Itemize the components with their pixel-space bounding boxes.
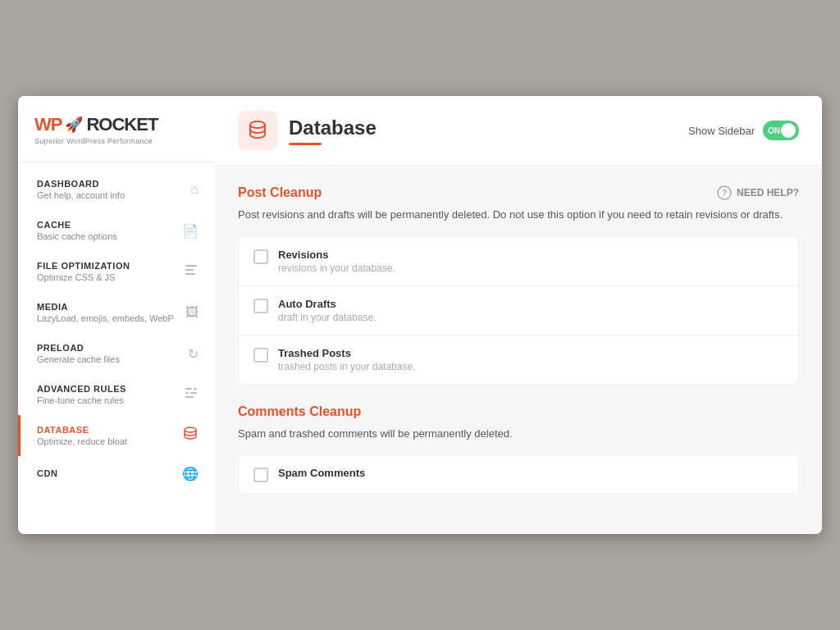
title-underline bbox=[289, 143, 322, 145]
revisions-checkbox[interactable] bbox=[253, 249, 268, 264]
svg-point-9 bbox=[250, 121, 265, 128]
comments-cleanup-section-title: Comments Cleanup bbox=[238, 404, 799, 419]
cdn-icon: 🌐 bbox=[182, 466, 199, 482]
logo-icon: 🚀 bbox=[65, 116, 83, 134]
page-icon bbox=[238, 111, 277, 150]
sidebar-item-file-optimization[interactable]: FILE OPTIMIZATION Optimize CSS & JS bbox=[18, 251, 215, 292]
svg-rect-4 bbox=[194, 388, 197, 390]
checkbox-item-revisions: Revisions revisions in your database. bbox=[239, 237, 798, 286]
checkbox-item-auto-drafts: Auto Drafts draft in your database. bbox=[239, 286, 798, 336]
logo-sub: Superior WordPress Performance bbox=[34, 137, 199, 145]
main-content: Post Cleanup ? NEED HELP? Post revisions… bbox=[215, 166, 822, 534]
need-help-button[interactable]: ? NEED HELP? bbox=[717, 185, 799, 200]
auto-drafts-checkbox[interactable] bbox=[253, 299, 268, 313]
comments-cleanup-description: Spam and trashed comments will be perman… bbox=[238, 426, 799, 442]
database-icon bbox=[182, 426, 199, 445]
sidebar-item-media[interactable]: MEDIA LazyLoad, emojis, embeds, WebP 🖼 bbox=[18, 292, 215, 333]
page-title: Database bbox=[289, 116, 377, 139]
sidebar-toggle-area[interactable]: Show Sidebar ON bbox=[688, 121, 799, 140]
main-content-area: Database Show Sidebar ON Post Cleanup bbox=[215, 96, 822, 534]
sidebar-item-cache[interactable]: CACHE Basic cache options 📄 bbox=[18, 210, 215, 251]
svg-point-8 bbox=[185, 427, 196, 432]
toggle-knob bbox=[781, 123, 796, 138]
sidebar-item-dashboard[interactable]: DASHBOARD Get help, account info ⌂ bbox=[18, 169, 215, 210]
post-cleanup-section-title: Post Cleanup ? NEED HELP? bbox=[238, 185, 799, 200]
sidebar-item-preload[interactable]: PRELOAD Generate cache files ↻ bbox=[18, 333, 215, 374]
checkbox-item-spam-comments: Spam Comments bbox=[239, 455, 798, 494]
cache-icon: 📄 bbox=[182, 223, 199, 239]
svg-rect-6 bbox=[190, 392, 197, 394]
file-opt-icon bbox=[184, 262, 199, 281]
svg-text:?: ? bbox=[722, 189, 727, 198]
logo-rocket: ROCKET bbox=[86, 114, 158, 135]
sidebar-item-database[interactable]: DATABASE Optimize, reduce bloat bbox=[18, 415, 215, 456]
home-icon: ⌂ bbox=[190, 182, 199, 197]
sidebar-item-advanced-rules[interactable]: ADVANCED RULES Fine-tune cache rules bbox=[18, 374, 215, 415]
comments-cleanup-checkboxes: Spam Comments bbox=[238, 454, 799, 495]
post-cleanup-checkboxes: Revisions revisions in your database. Au… bbox=[238, 236, 799, 385]
advanced-rules-icon bbox=[184, 386, 199, 404]
post-cleanup-description: Post revisions and drafts will be perman… bbox=[238, 207, 799, 223]
svg-rect-1 bbox=[185, 269, 194, 271]
logo-wp: WP bbox=[34, 114, 62, 135]
svg-rect-3 bbox=[185, 388, 192, 390]
spam-comments-checkbox[interactable] bbox=[253, 468, 268, 482]
svg-rect-2 bbox=[185, 273, 195, 275]
logo-area: WP 🚀 ROCKET Superior WordPress Performan… bbox=[18, 96, 215, 162]
app-window: WP 🚀 ROCKET Superior WordPress Performan… bbox=[18, 96, 822, 534]
trashed-posts-checkbox[interactable] bbox=[253, 348, 268, 363]
svg-rect-5 bbox=[185, 392, 189, 394]
svg-rect-7 bbox=[185, 396, 194, 398]
main-header: Database Show Sidebar ON bbox=[215, 96, 822, 166]
sidebar-item-cdn[interactable]: CDN 🌐 bbox=[18, 456, 215, 491]
sidebar-toggle-label: Show Sidebar bbox=[688, 125, 755, 137]
toggle-on-label: ON bbox=[768, 126, 780, 135]
media-icon: 🖼 bbox=[185, 305, 199, 320]
checkbox-item-trashed-posts: Trashed Posts trashed posts in your data… bbox=[239, 336, 798, 384]
nav-items: DASHBOARD Get help, account info ⌂ CACHE… bbox=[18, 162, 215, 534]
preload-icon: ↻ bbox=[188, 346, 199, 362]
sidebar: WP 🚀 ROCKET Superior WordPress Performan… bbox=[18, 96, 215, 534]
svg-rect-0 bbox=[185, 265, 197, 267]
toggle-switch[interactable]: ON bbox=[763, 121, 799, 140]
